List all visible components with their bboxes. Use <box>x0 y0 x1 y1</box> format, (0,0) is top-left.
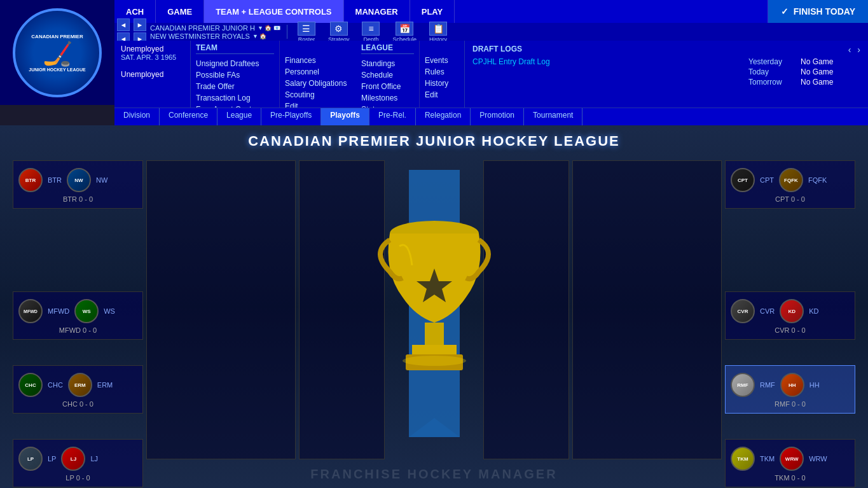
tab-playoffs[interactable]: Playoffs <box>321 108 369 125</box>
tab-league[interactable]: League <box>217 108 261 125</box>
possible-fas[interactable]: Possible FAs <box>196 69 274 81</box>
front-office-link[interactable]: Front Office <box>361 81 414 92</box>
history-button[interactable]: 📋 History <box>425 21 451 43</box>
league-logo: CANADIAN PREMIER 🏒 JUNIOR HOCKEY LEAGUE <box>0 0 114 105</box>
finances-link[interactable]: Finances <box>285 55 351 66</box>
matchup-lp-lj[interactable]: LP LP LJ LJ LP 0 - 0 <box>13 439 143 487</box>
team-menu-title: TEAM <box>196 43 274 54</box>
tab-promotion[interactable]: Promotion <box>471 108 524 125</box>
tab-division[interactable]: Division <box>114 108 160 125</box>
logo-cpt: CPT <box>731 168 755 192</box>
matchup-btr-nw[interactable]: BTR BTR NW NW BTR 0 - 0 <box>13 160 143 209</box>
rules-link[interactable]: Rules <box>425 66 459 78</box>
tab-relegation[interactable]: Relegation <box>416 108 471 125</box>
logo-fqfk: FQFK <box>779 168 803 192</box>
tab-pre-rel[interactable]: Pre-Rel. <box>369 108 416 125</box>
roster-button[interactable]: ☰ Roster <box>294 21 319 43</box>
draft-log-link[interactable]: CPJHL Entry Draft Log <box>472 57 550 66</box>
unsigned-draftees[interactable]: Unsigned Draftees <box>196 58 274 69</box>
user-role: Unemployed <box>121 70 184 79</box>
logo-erm: ERM <box>68 373 92 397</box>
team-abbr-hh: HH <box>809 381 820 389</box>
cal-prev-arrow[interactable]: ‹ <box>848 45 851 55</box>
score-cpt-fqfk: CPT 0 - 0 <box>731 195 850 203</box>
trade-offer[interactable]: Trade Offer <box>196 81 274 92</box>
score-mfwd-ws: MFWD 0 - 0 <box>18 326 137 334</box>
milestones-link[interactable]: Milestones <box>361 92 414 104</box>
team-abbr-tkm: TKM <box>760 455 775 463</box>
score-cvr-kd: CVR 0 - 0 <box>731 326 850 334</box>
score-tkm-wrw: TKM 0 - 0 <box>731 474 850 482</box>
team-link-2[interactable]: NEW WESTMINSTER ROYALS ▼ 🏠 <box>150 32 280 40</box>
team-abbr-mfwd: MFWD <box>48 307 69 315</box>
team-abbr-cvr: CVR <box>760 307 775 315</box>
tomorrow-value: No Game <box>801 78 833 87</box>
matchup-tkm-wrw[interactable]: TKM TKM WRW WRW TKM 0 - 0 <box>725 439 855 487</box>
team-abbr-nw: NW <box>96 176 107 184</box>
nav-manager[interactable]: MANAGER <box>344 0 410 23</box>
nav-team-league[interactable]: TEAM + LEAGUE CONTROLS <box>204 0 343 23</box>
schedule-button[interactable]: 📅 Schedule <box>389 21 420 43</box>
events-link[interactable]: Events <box>425 55 459 66</box>
nav-game[interactable]: GAME <box>156 0 204 23</box>
tab-tournament[interactable]: Tournament <box>524 108 582 125</box>
svg-point-7 <box>403 356 466 366</box>
nav-play[interactable]: PLAY <box>410 0 455 23</box>
today-value: No Game <box>801 67 833 76</box>
transaction-log[interactable]: Transaction Log <box>196 92 274 104</box>
team-abbr-wrw: WRW <box>809 455 827 463</box>
nav-prev-arrow[interactable]: ◄ <box>117 18 130 31</box>
user-status: Unemployed <box>121 45 184 53</box>
fhm-watermark: FRANCHISE HOCKEY MANAGER <box>310 467 557 482</box>
logo-nw: NW <box>67 168 91 192</box>
check-icon: ✓ <box>781 6 789 17</box>
logo-wrw: WRW <box>780 447 804 471</box>
page-title: CANADIAN PREMIER JUNIOR HOCKEY LEAGUE <box>0 125 868 157</box>
standings-link[interactable]: Standings <box>361 58 414 69</box>
schedule-link[interactable]: Schedule <box>361 69 414 81</box>
user-date: SAT. APR. 3 1965 <box>121 53 184 61</box>
logo-btr: BTR <box>18 168 43 192</box>
yesterday-label: Yesterday <box>748 57 793 66</box>
logo-lp: LP <box>18 447 43 471</box>
matchup-cpt-fqfk[interactable]: CPT CPT FQFK FQFK CPT 0 - 0 <box>725 160 855 209</box>
history-link[interactable]: History <box>425 78 459 89</box>
score-chc-erm: CHC 0 - 0 <box>18 400 137 408</box>
league-menu-title: LEAGUE <box>361 43 414 54</box>
cal-next-arrow[interactable]: › <box>857 45 860 55</box>
logo-tkm: TKM <box>731 447 755 471</box>
team-abbr-chc: CHC <box>48 381 63 389</box>
matchup-mfwd-ws[interactable]: MFWD MFWD WS WS MFWD 0 - 0 <box>13 291 143 340</box>
team-abbr-erm: ERM <box>97 381 113 389</box>
yesterday-value: No Game <box>801 57 833 66</box>
today-label: Today <box>748 67 793 76</box>
strategy-button[interactable]: ⚙ Strategy <box>324 21 354 43</box>
finish-today-button[interactable]: ✓ FINISH TODAY <box>768 0 868 23</box>
score-btr-nw: BTR 0 - 0 <box>18 195 137 203</box>
score-lp-lj: LP 0 - 0 <box>18 474 137 482</box>
matchup-cvr-kd[interactable]: CVR CVR KD KD CVR 0 - 0 <box>725 291 855 340</box>
team-icons-row1: ▼ 🏠 📧 <box>258 25 280 31</box>
logo-cvr: CVR <box>731 299 755 323</box>
logo-ws: WS <box>74 299 99 323</box>
team-abbr-ws: WS <box>104 307 115 315</box>
hockey-player-icon: 🏒 <box>43 39 72 67</box>
logo-chc: CHC <box>18 373 43 397</box>
team-link-1[interactable]: CANADIAN PREMIER JUNIOR H ▼ 🏠 📧 <box>150 24 280 32</box>
matchup-rmf-hh[interactable]: RMF RMF HH HH RMF 0 - 0 <box>725 365 855 414</box>
team-abbr-kd: KD <box>809 307 818 315</box>
league-edit-link[interactable]: Edit <box>425 89 459 101</box>
draft-logs-title: DRAFT LOGS <box>472 45 558 53</box>
nav-next-arrow[interactable]: ► <box>134 18 146 31</box>
tab-pre-playoffs[interactable]: Pre-Playoffs <box>261 108 321 125</box>
logo-kd: KD <box>780 299 804 323</box>
svg-rect-4 <box>425 323 444 348</box>
personnel-link[interactable]: Personnel <box>285 66 351 78</box>
scouting-link[interactable]: Scouting <box>285 89 351 101</box>
depth-button[interactable]: ≡ Depth <box>358 21 383 43</box>
tab-conference[interactable]: Conference <box>160 108 217 125</box>
salary-obligations-link[interactable]: Salary Obligations <box>285 78 351 89</box>
team-abbr-rmf: RMF <box>760 381 775 389</box>
matchup-chc-erm[interactable]: CHC CHC ERM ERM CHC 0 - 0 <box>13 365 143 414</box>
team-abbr-cpt: CPT <box>760 176 774 184</box>
